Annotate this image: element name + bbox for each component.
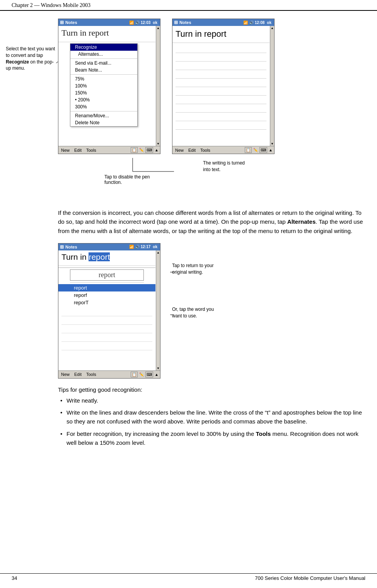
second-bottombar-new[interactable]: New bbox=[60, 372, 71, 377]
second-scroll-track bbox=[156, 255, 160, 366]
typed-text-before: Turn in bbox=[61, 252, 89, 261]
right-bottombar-edit[interactable]: Edit bbox=[187, 147, 197, 153]
second-phone-titlebar-left: ⊞ Notes bbox=[60, 244, 77, 250]
annotation-pen-disable: Tap to disable the pen function. bbox=[104, 174, 160, 185]
bottombar-pen-icon[interactable]: ✏️ bbox=[139, 148, 144, 152]
context-menu-send-email[interactable]: Send via E-mail... bbox=[70, 60, 137, 67]
tips-list: Write neatly. Write on the lines and dra… bbox=[58, 396, 365, 447]
right-phone-titlebar-left: ⊞ Notes bbox=[174, 20, 191, 25]
left-phone-scrollbar[interactable]: ▲ ▼ bbox=[156, 26, 160, 146]
bottombar-expand-icon[interactable]: ▲ bbox=[155, 148, 159, 152]
bottombar-icons: 📋 ✏️ ⌨ ▲ bbox=[131, 147, 159, 153]
second-windows-flag: ⊞ bbox=[60, 244, 64, 250]
context-menu-300[interactable]: 300% bbox=[70, 103, 137, 110]
second-phone-annotations: Tap to return to youroriginal writing. O… bbox=[172, 243, 214, 319]
context-menu-100[interactable]: 100% bbox=[70, 82, 137, 89]
right-bottombar-expand-icon[interactable]: ▲ bbox=[269, 148, 273, 152]
second-bottombar-icon1[interactable]: 📋 bbox=[131, 372, 138, 377]
right-sound-icon: 🔊 bbox=[249, 21, 254, 25]
second-bottombar-pen-icon[interactable]: ✏️ bbox=[139, 372, 144, 377]
tip-1: Write neatly. bbox=[58, 396, 365, 405]
scroll-down-arrow[interactable]: ▼ bbox=[156, 142, 160, 146]
alt-sep-mid bbox=[70, 282, 144, 283]
second-sound-icon: 🔊 bbox=[135, 245, 140, 249]
right-windows-flag-icon: ⊞ bbox=[174, 20, 178, 25]
context-menu-sep3 bbox=[70, 111, 137, 111]
paragraph1: If the conversion is incorrect, you can … bbox=[58, 208, 365, 235]
left-phone-titlebar: ⊞ Notes 📶 🔊 12:03 ok bbox=[58, 19, 160, 26]
second-phone-app-name: Notes bbox=[65, 245, 77, 249]
second-phone-titlebar: ⊞ Notes 📶 🔊 12:17 ok bbox=[58, 243, 160, 250]
typed-text-selected: report bbox=[89, 252, 110, 261]
second-bottombar-tools[interactable]: Tools bbox=[85, 372, 97, 377]
right-phone-lines bbox=[172, 43, 270, 131]
context-menu-sep2 bbox=[70, 74, 137, 75]
context-menu-75[interactable]: 75% bbox=[70, 75, 137, 82]
context-menu-150[interactable]: 150% bbox=[70, 89, 137, 96]
bottombar-new[interactable]: New bbox=[60, 147, 71, 153]
context-menu-recognize[interactable]: Recognize bbox=[70, 44, 137, 51]
left-phone-bottombar: New Edit Tools 📋 ✏️ ⌨ ▲ bbox=[58, 146, 160, 154]
second-phone-ok[interactable]: ok bbox=[152, 245, 159, 249]
context-menu-200[interactable]: 200% bbox=[70, 96, 137, 103]
line9 bbox=[176, 113, 266, 121]
right-signal-icon: 📶 bbox=[243, 21, 248, 25]
bottombar-keyboard-icon[interactable]: ⌨ bbox=[145, 147, 153, 153]
right-phone-bottombar: New Edit Tools 📋 ✏️ ⌨ ▲ bbox=[172, 146, 274, 154]
line3 bbox=[176, 62, 266, 70]
right-scroll-up[interactable]: ▲ bbox=[270, 26, 274, 30]
alt-sep-top bbox=[58, 267, 155, 268]
bottombar-edit[interactable]: Edit bbox=[73, 147, 83, 153]
left-phone-handwriting: Turn in report bbox=[58, 26, 155, 42]
screenshots-row: ⊞ Notes 📶 🔊 12:03 ok Turn in report bbox=[58, 19, 365, 154]
left-phone-titlebar-right: 📶 🔊 12:03 ok bbox=[129, 21, 159, 25]
alt-option-reporf[interactable]: reporf bbox=[58, 291, 155, 299]
left-phone-body: Turn in report Recognize Alternates... S… bbox=[58, 26, 160, 146]
right-phone: ⊞ Notes 📶 🔊 12:08 ok Turn in report bbox=[172, 19, 275, 154]
alt-typed-text-area: Turn in report bbox=[58, 250, 155, 266]
context-menu-alternates[interactable]: Alternates... bbox=[70, 51, 137, 58]
line1 bbox=[176, 45, 266, 53]
empty-line5 bbox=[61, 342, 152, 350]
context-menu-rename[interactable]: Rename/Move... bbox=[70, 112, 137, 119]
second-bottombar-keyboard-icon[interactable]: ⌨ bbox=[145, 372, 153, 377]
left-phone-ok[interactable]: ok bbox=[152, 21, 159, 25]
context-menu-beam-note[interactable]: Beam Note... bbox=[70, 67, 137, 74]
empty-line4 bbox=[61, 333, 152, 342]
right-phone-titlebar: ⊞ Notes 📶 🔊 12:08 ok bbox=[172, 19, 274, 26]
bottombar-tools[interactable]: Tools bbox=[85, 147, 97, 153]
second-phone-time: 12:17 bbox=[141, 245, 151, 249]
context-menu-delete[interactable]: Delete Note bbox=[70, 119, 137, 126]
context-menu[interactable]: Recognize Alternates... Send via E-mail.… bbox=[70, 43, 138, 127]
footer-manual-title: 700 Series Color Mobile Computer User's … bbox=[255, 575, 365, 581]
section1-container: Select the text you want to convert and … bbox=[58, 19, 365, 185]
second-scroll-up[interactable]: ▲ bbox=[156, 250, 160, 255]
below-left-area: Tap to disable the pen function. bbox=[58, 158, 160, 185]
right-bottombar-new[interactable]: New bbox=[174, 147, 185, 153]
right-phone-ok[interactable]: ok bbox=[266, 21, 273, 25]
second-phone-scrollbar[interactable]: ▲ ▼ bbox=[156, 250, 160, 370]
section2-container: ⊞ Notes 📶 🔊 12:17 ok Turn in report bbox=[58, 243, 365, 379]
right-bottombar-icon1[interactable]: 📋 bbox=[245, 147, 252, 153]
right-phone-time: 12:08 bbox=[255, 21, 265, 25]
second-scroll-down[interactable]: ▼ bbox=[156, 366, 160, 370]
second-bottombar-expand-icon[interactable]: ▲ bbox=[155, 372, 159, 377]
scroll-track bbox=[156, 30, 160, 142]
bottombar-icon1[interactable]: 📋 bbox=[131, 147, 138, 153]
right-bottombar-pen-icon[interactable]: ✏️ bbox=[253, 148, 258, 152]
right-scroll-track bbox=[270, 30, 274, 142]
alt-option-reporT[interactable]: reporT bbox=[58, 299, 155, 306]
alt-handwriting-box[interactable]: report bbox=[70, 269, 144, 281]
annot-bottom-text: Or, tap the word youwant to use. bbox=[172, 306, 214, 319]
right-bottombar-tools[interactable]: Tools bbox=[199, 147, 212, 153]
second-phone: ⊞ Notes 📶 🔊 12:17 ok Turn in report bbox=[58, 243, 160, 379]
right-scroll-down[interactable]: ▼ bbox=[270, 142, 274, 146]
right-phone-scrollbar[interactable]: ▲ ▼ bbox=[270, 26, 274, 146]
right-bottombar-keyboard-icon[interactable]: ⌨ bbox=[259, 147, 267, 153]
second-bottombar-edit[interactable]: Edit bbox=[73, 372, 83, 377]
alt-option-report[interactable]: report bbox=[58, 284, 155, 291]
scroll-up-arrow[interactable]: ▲ bbox=[156, 26, 160, 30]
right-phone-body: Turn in report bbox=[172, 26, 274, 146]
tip-2: Write on the lines and draw descenders b… bbox=[58, 408, 365, 426]
right-phone-app-name: Notes bbox=[179, 20, 191, 25]
